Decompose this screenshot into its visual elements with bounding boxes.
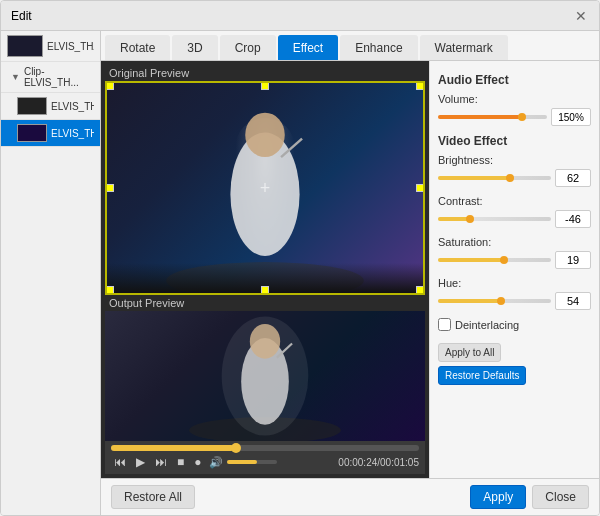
time-total: 00:01:05 (380, 457, 419, 468)
volume-bar[interactable] (227, 460, 277, 464)
brightness-slider-container (438, 169, 591, 187)
skip-start-button[interactable]: ⏮ (111, 454, 129, 470)
tab-3d[interactable]: 3D (172, 35, 217, 60)
step-forward-button[interactable]: ⏭ (152, 454, 170, 470)
right-panel: Rotate 3D Crop Effect Enhance Watermark … (101, 31, 599, 515)
hue-slider-thumb[interactable] (497, 297, 505, 305)
contrast-slider-thumb[interactable] (466, 215, 474, 223)
video-controls: ⏮ ▶ ⏭ ■ ● 🔊 00:00:24/00:01:05 (105, 441, 425, 474)
volume-icon: 🔊 (209, 456, 223, 469)
deinterlacing-checkbox[interactable] (438, 318, 451, 331)
hue-slider-track[interactable] (438, 299, 551, 303)
brightness-spinner[interactable] (555, 169, 591, 187)
tabs-bar: Rotate 3D Crop Effect Enhance Watermark (101, 31, 599, 61)
close-button[interactable]: Close (532, 485, 589, 509)
tab-crop[interactable]: Crop (220, 35, 276, 60)
sidebar-item-2[interactable]: ▼ Clip-ELVIS_TH... (1, 62, 100, 93)
sidebar-item-4[interactable]: ELVIS_THATS_ (1, 120, 100, 147)
original-preview: + (105, 81, 425, 295)
output-preview-label: Output Preview (105, 295, 425, 311)
sidebar: ELVIS_THATS_ ▼ Clip-ELVIS_TH... ELVIS_TH… (1, 31, 101, 515)
restore-defaults-button[interactable]: Restore Defaults (438, 366, 526, 385)
sidebar-thumb-1 (7, 35, 43, 57)
tab-rotate[interactable]: Rotate (105, 35, 170, 60)
deinterlacing-row: Deinterlacing (438, 318, 591, 331)
sidebar-item-label-4: ELVIS_THATS_ (51, 128, 94, 139)
saturation-slider-track[interactable] (438, 258, 551, 262)
sidebar-item-3[interactable]: ELVIS_TH... (1, 93, 100, 120)
deinterlacing-label: Deinterlacing (455, 319, 519, 331)
tab-effect[interactable]: Effect (278, 35, 338, 60)
volume-fill (227, 460, 257, 464)
output-figure-svg (105, 311, 425, 441)
effects-panel: Audio Effect Volume: (429, 61, 599, 478)
original-preview-label: Original Preview (105, 65, 425, 81)
crosshair-icon: + (260, 178, 271, 199)
saturation-slider-thumb[interactable] (500, 256, 508, 264)
volume-slider-thumb[interactable] (518, 113, 526, 121)
volume-slider-fill (438, 115, 520, 119)
crop-handle-tm[interactable] (261, 82, 269, 90)
contrast-slider-container (438, 210, 591, 228)
main-content: ELVIS_THATS_ ▼ Clip-ELVIS_TH... ELVIS_TH… (1, 31, 599, 515)
hue-slider-container (438, 292, 591, 310)
time-display: 00:00:24/00:01:05 (338, 457, 419, 468)
progress-thumb[interactable] (231, 443, 241, 453)
hue-spinner[interactable] (555, 292, 591, 310)
apply-button[interactable]: Apply (470, 485, 526, 509)
volume-label: Volume: (438, 93, 591, 105)
bottom-bar: Restore All Apply Close (101, 478, 599, 515)
contrast-slider-track[interactable] (438, 217, 551, 221)
audio-effect-title: Audio Effect (438, 73, 591, 87)
sidebar-item-label-2: Clip-ELVIS_TH... (24, 66, 94, 88)
output-section: Output Preview (105, 295, 425, 441)
edit-window: Edit ✕ ELVIS_THATS_ ▼ Clip-ELVIS_TH... E… (0, 0, 600, 516)
brightness-row: Brightness: (438, 154, 591, 187)
brightness-label: Brightness: (438, 154, 591, 166)
title-bar: Edit ✕ (1, 1, 599, 31)
svg-point-9 (222, 316, 309, 435)
crop-handle-bm[interactable] (261, 286, 269, 294)
contrast-row: Contrast: (438, 195, 591, 228)
output-video-placeholder (105, 311, 425, 441)
play-button[interactable]: ▶ (133, 454, 148, 470)
close-window-button[interactable]: ✕ (573, 8, 589, 24)
panel-content: Original Preview (101, 61, 599, 478)
saturation-row: Saturation: (438, 236, 591, 269)
tab-enhance[interactable]: Enhance (340, 35, 417, 60)
progress-fill (111, 445, 234, 451)
controls-row: ⏮ ▶ ⏭ ■ ● 🔊 00:00:24/00:01:05 (111, 454, 419, 470)
stop-button[interactable]: ■ (174, 454, 187, 470)
saturation-slider-container (438, 251, 591, 269)
sidebar-thumb-4 (17, 124, 47, 142)
sidebar-thumb-3 (17, 97, 47, 115)
saturation-slider-fill (438, 258, 502, 262)
time-current: 00:00:24 (338, 457, 377, 468)
volume-slider-track[interactable] (438, 115, 547, 119)
crop-handle-tl[interactable] (106, 82, 114, 90)
output-preview (105, 311, 425, 441)
brightness-slider-thumb[interactable] (506, 174, 514, 182)
crop-handle-br[interactable] (416, 286, 424, 294)
progress-bar[interactable] (111, 445, 419, 451)
hue-label: Hue: (438, 277, 591, 289)
brightness-slider-track[interactable] (438, 176, 551, 180)
brightness-slider-fill (438, 176, 508, 180)
crop-handle-mr[interactable] (416, 184, 424, 192)
crop-handle-bl[interactable] (106, 286, 114, 294)
contrast-spinner[interactable] (555, 210, 591, 228)
effect-action-buttons: Apply to All Restore Defaults (438, 343, 591, 385)
volume-slider-container (438, 108, 591, 126)
crop-handle-tr[interactable] (416, 82, 424, 90)
crop-handle-ml[interactable] (106, 184, 114, 192)
record-button[interactable]: ● (191, 454, 204, 470)
saturation-label: Saturation: (438, 236, 591, 248)
volume-row: Volume: (438, 93, 591, 126)
tab-watermark[interactable]: Watermark (420, 35, 508, 60)
sidebar-item-1[interactable]: ELVIS_THATS_ (1, 31, 100, 62)
restore-all-button[interactable]: Restore All (111, 485, 195, 509)
saturation-spinner[interactable] (555, 251, 591, 269)
video-effect-title: Video Effect (438, 134, 591, 148)
volume-spinner[interactable] (551, 108, 591, 126)
apply-to-all-button[interactable]: Apply to All (438, 343, 501, 362)
